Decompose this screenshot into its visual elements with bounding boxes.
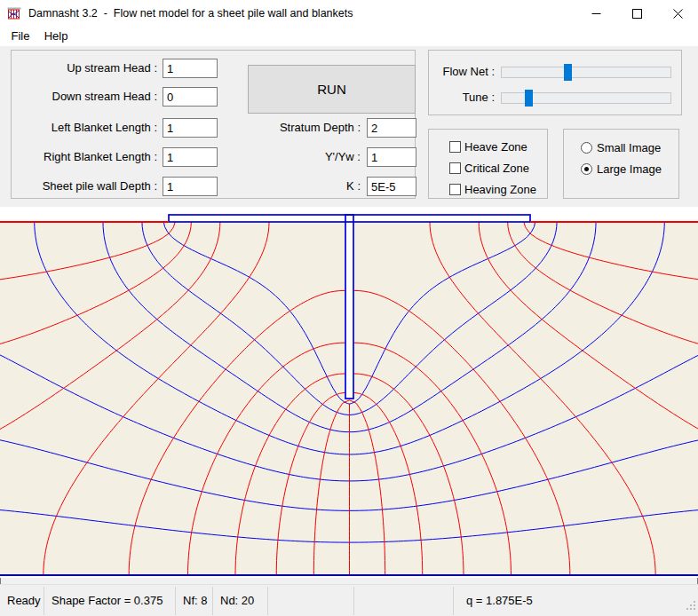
wall-depth-label: Sheet pile wall Depth : [22,177,157,196]
unit-weight-ratio-input[interactable] [367,147,416,167]
right-blanket-input[interactable] [163,147,218,167]
minimize-button[interactable] [575,0,616,27]
stratum-depth-label: Stratum Depth : [235,118,361,138]
flow-net-slider-label: Flow Net : [432,66,495,78]
large-image-label: Large Image [597,163,662,176]
checkbox-icon [449,184,461,195]
control-panel: Up stream Head : Down stream Head : Left… [0,46,698,207]
app-window: Damnasht 3.2 - Flow net model for a shee… [0,0,698,616]
flow-net-slider[interactable] [501,67,671,78]
maximize-icon [632,9,642,19]
run-button[interactable]: RUN [248,65,416,114]
zones-groupbox: Heave Zone Critical Zone Heaving Zone [428,129,548,199]
image-size-groupbox: Small Image Large Image [563,129,679,199]
left-blanket-input[interactable] [163,118,218,138]
wall-depth-input[interactable] [163,177,218,196]
app-icon [7,6,21,20]
close-button[interactable] [657,0,698,27]
minimize-icon [591,9,601,19]
status-empty-1 [268,587,354,615]
status-discharge: q = 1.875E-5 [454,587,698,615]
flow-net-plot-area [0,207,698,578]
menu-file[interactable]: File [5,27,36,46]
status-ready: Ready [0,587,44,615]
radio-icon [581,142,592,154]
flow-net-canvas [0,207,698,578]
unit-weight-ratio-label: Y'/Yw : [235,147,361,167]
status-empty-2 [354,587,454,615]
close-icon [673,9,683,19]
upstream-head-label: Up stream Head : [22,59,157,78]
critical-zone-label: Critical Zone [464,162,529,175]
radio-icon [581,163,592,175]
permeability-label: K : [235,177,361,196]
permeability-input[interactable] [367,177,416,196]
small-image-label: Small Image [597,142,661,154]
downstream-head-input[interactable] [163,87,218,107]
checkbox-icon [449,141,461,153]
maximize-button[interactable] [616,0,657,27]
resize-grip-icon[interactable] [683,601,695,613]
heave-zone-label: Heave Zone [464,141,527,154]
stratum-depth-input[interactable] [367,118,416,138]
window-title: Damnasht 3.2 - Flow net model for a shee… [28,0,353,27]
tune-slider-thumb[interactable] [525,90,533,107]
flow-net-slider-thumb[interactable] [564,64,572,81]
menu-bar: File Help [0,27,698,46]
status-nf: Nf: 8 [176,587,213,615]
status-nd: Nd: 20 [213,587,268,615]
menu-help[interactable]: Help [39,27,73,46]
display-sliders-groupbox: Flow Net : Tune : [428,50,682,115]
upstream-head-input[interactable] [163,59,218,78]
checkbox-icon [449,162,461,174]
status-bar: Ready Shape Factor = 0.375 Nf: 8 Nd: 20 … [0,584,698,616]
status-shape-factor: Shape Factor = 0.375 [44,587,176,615]
left-blanket-label: Left Blanket Length : [22,118,157,138]
tune-slider[interactable] [501,92,671,104]
right-blanket-label: Right Blanket Length : [22,147,157,167]
title-bar: Damnasht 3.2 - Flow net model for a shee… [0,0,698,27]
parameters-groupbox: Up stream Head : Down stream Head : Left… [11,50,416,199]
tune-slider-label: Tune : [432,91,495,104]
heaving-zone-label: Heaving Zone [464,184,536,196]
downstream-head-label: Down stream Head : [22,87,157,107]
